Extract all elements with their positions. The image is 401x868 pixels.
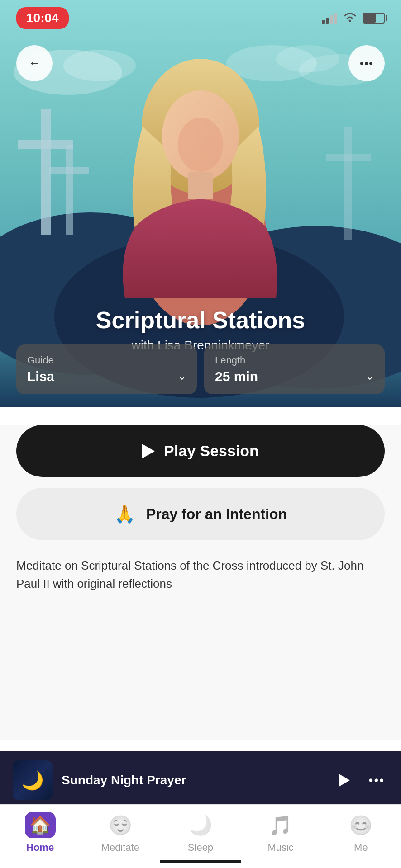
filter-row: Guide Lisa ⌄ Length 25 min ⌄ [16, 344, 385, 394]
svg-rect-13 [49, 167, 89, 174]
mini-player-thumbnail: 🌙 [13, 760, 53, 800]
status-bar: 10:04 [0, 0, 401, 36]
mini-player: 🌙 Sunday Night Prayer ••• [0, 751, 401, 809]
hero-section: ← ••• Scriptural Stations with Lisa Bren… [0, 0, 401, 407]
svg-rect-15 [326, 154, 371, 161]
nav-item-meditate[interactable]: 😌 Meditate [98, 812, 143, 854]
nav-item-home[interactable]: 🏠 Home [18, 812, 63, 854]
home-icon: 🏠 [29, 815, 51, 835]
play-session-label: Play Session [164, 442, 259, 460]
pray-intention-button[interactable]: 🙏 Pray for an Intention [16, 488, 385, 540]
status-time: 10:04 [16, 7, 69, 29]
bottom-nav: 🏠 Home 😌 Meditate 🌙 Sleep 🎵 Music 😊 [0, 804, 401, 868]
wifi-icon [342, 11, 358, 26]
nav-item-music[interactable]: 🎵 Music [258, 812, 303, 854]
guide-filter-value-row: Lisa ⌄ [27, 369, 186, 384]
guide-filter-label: Guide [27, 354, 186, 366]
nav-home-label: Home [26, 842, 54, 854]
length-filter-value-row: 25 min ⌄ [215, 369, 374, 384]
home-indicator [160, 860, 241, 863]
length-filter-value: 25 min [215, 369, 258, 384]
more-button[interactable]: ••• [348, 45, 385, 81]
mini-player-title: Sunday Night Prayer [62, 773, 324, 788]
nav-me-label: Me [354, 842, 368, 854]
nav-meditate-label: Meditate [101, 842, 139, 854]
pray-intention-label: Pray for an Intention [146, 506, 287, 523]
nav-item-sleep[interactable]: 🌙 Sleep [178, 812, 223, 854]
mini-player-more-button[interactable]: ••• [365, 773, 388, 788]
guide-filter-value: Lisa [27, 369, 54, 384]
back-icon: ← [28, 56, 41, 71]
status-icons [322, 11, 385, 26]
me-icon: 😊 [349, 814, 372, 836]
more-icon: ••• [360, 57, 373, 71]
svg-rect-20 [188, 172, 213, 199]
mini-player-thumb-icon: 🌙 [21, 770, 44, 791]
play-icon [142, 444, 155, 458]
meditate-icon-wrap: 😌 [105, 812, 136, 838]
pray-icon: 🙏 [114, 504, 135, 524]
svg-point-3 [63, 50, 136, 81]
me-icon-wrap: 😊 [345, 812, 376, 838]
sleep-icon-wrap: 🌙 [185, 812, 216, 838]
mini-player-play-button[interactable] [333, 769, 356, 792]
nav-home-icon-bg: 🏠 [25, 812, 56, 838]
svg-point-19 [178, 118, 223, 172]
signal-icon [322, 13, 337, 24]
svg-point-0 [349, 19, 351, 22]
guide-filter[interactable]: Guide Lisa ⌄ [16, 344, 197, 394]
guide-chevron-icon: ⌄ [178, 371, 186, 382]
session-description: Meditate on Scriptural Stations of the C… [16, 557, 385, 604]
music-icon-wrap: 🎵 [265, 812, 296, 838]
music-icon: 🎵 [269, 814, 292, 836]
meditate-icon: 😌 [109, 814, 132, 836]
nav-music-label: Music [267, 842, 293, 854]
sleep-icon: 🌙 [189, 814, 212, 836]
length-chevron-icon: ⌄ [366, 371, 374, 382]
content-section: Play Session 🙏 Pray for an Intention Med… [0, 425, 401, 740]
play-session-button[interactable]: Play Session [16, 425, 385, 477]
nav-item-me[interactable]: 😊 Me [338, 812, 383, 854]
battery-icon [363, 13, 385, 24]
session-title: Scriptural Stations [0, 307, 401, 334]
svg-rect-14 [344, 127, 352, 240]
length-filter-label: Length [215, 354, 374, 366]
back-button[interactable]: ← [16, 45, 53, 81]
mini-play-icon [339, 774, 350, 787]
nav-sleep-label: Sleep [188, 842, 213, 854]
length-filter[interactable]: Length 25 min ⌄ [204, 344, 385, 394]
svg-rect-12 [66, 145, 73, 235]
svg-rect-11 [18, 140, 73, 149]
